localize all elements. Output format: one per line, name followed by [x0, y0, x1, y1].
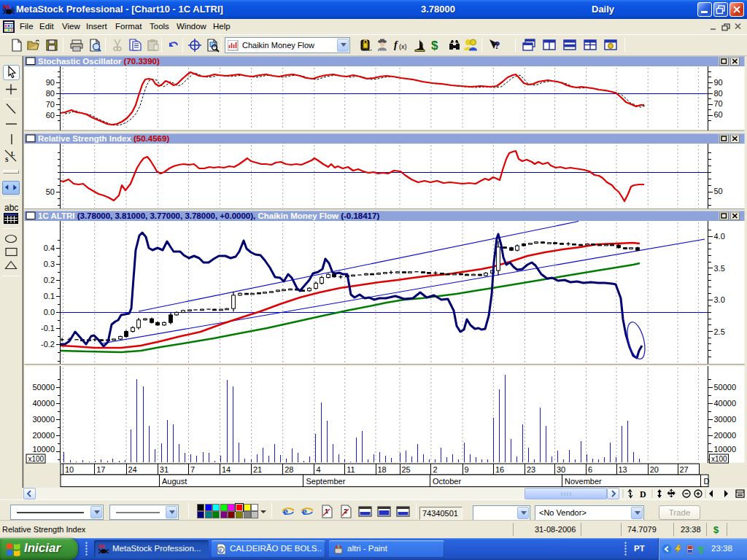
svg-text:21: 21 — [253, 465, 262, 474]
svg-text:50000: 50000 — [32, 383, 55, 392]
svg-text:30000: 30000 — [714, 415, 737, 424]
svg-text:3.0: 3.0 — [714, 295, 725, 304]
svg-text:1C ALTRI (3.78000, 3.81000, 3.: 1C ALTRI (3.78000, 3.81000, 3.77000, 3.7… — [38, 211, 379, 220]
svg-text:2: 2 — [433, 465, 437, 474]
svg-text:L: L — [11, 151, 15, 158]
svg-text:$: $ — [431, 39, 438, 52]
svg-text:?: ? — [494, 39, 500, 51]
svg-text:0.0: 0.0 — [44, 308, 55, 316]
svg-text:e: e — [302, 505, 307, 517]
svg-text:30: 30 — [557, 465, 565, 474]
svg-text:80: 80 — [714, 89, 723, 98]
svg-text:30000: 30000 — [32, 415, 55, 424]
svg-text:17: 17 — [96, 465, 105, 474]
svg-text:S: S — [5, 157, 9, 163]
svg-text:6: 6 — [588, 465, 592, 474]
svg-text:31: 31 — [160, 465, 169, 474]
svg-text:11: 11 — [347, 465, 355, 474]
svg-text:-0.1: -0.1 — [41, 324, 55, 332]
svg-text:24: 24 — [128, 465, 137, 474]
svg-text:10000: 10000 — [714, 445, 737, 454]
svg-text:28: 28 — [285, 465, 293, 474]
svg-text:40000: 40000 — [714, 399, 737, 408]
svg-text:0.1: 0.1 — [44, 292, 55, 300]
svg-text:0.3: 0.3 — [44, 260, 55, 268]
svg-text:18: 18 — [378, 465, 387, 474]
svg-text:50: 50 — [714, 187, 723, 195]
svg-text:3.5: 3.5 — [714, 264, 725, 273]
svg-text:50000: 50000 — [714, 383, 737, 392]
svg-text:October: October — [433, 477, 461, 486]
svg-text:-0.2: -0.2 — [41, 340, 55, 349]
svg-text:10000: 10000 — [32, 445, 55, 454]
svg-text:2.5: 2.5 — [714, 327, 725, 336]
svg-text:7: 7 — [190, 465, 195, 474]
svg-text:November: November — [565, 477, 602, 486]
svg-text:D: D — [640, 489, 646, 499]
svg-text:16: 16 — [495, 465, 504, 474]
svg-text:Relative Strength Index (50.45: Relative Strength Index (50.4569) — [38, 134, 169, 143]
svg-text:40000: 40000 — [32, 399, 55, 408]
svg-text:MS: MS — [98, 544, 104, 550]
svg-text:4.0: 4.0 — [714, 232, 725, 241]
svg-text:x100: x100 — [28, 455, 44, 463]
svg-text:70: 70 — [46, 100, 55, 109]
svg-text:9: 9 — [465, 465, 469, 474]
svg-text:90: 90 — [714, 78, 723, 87]
svg-text:10: 10 — [65, 465, 74, 474]
svg-text:e: e — [283, 505, 288, 517]
svg-text:27: 27 — [680, 465, 689, 474]
svg-text:0.2: 0.2 — [44, 276, 55, 284]
svg-text:50: 50 — [46, 187, 55, 196]
svg-text:70: 70 — [714, 99, 723, 108]
svg-text:20: 20 — [650, 465, 659, 474]
svg-text:(x): (x) — [399, 43, 407, 50]
svg-text:f: f — [394, 39, 398, 50]
svg-text:Stochastic Oscillator (70.3390: Stochastic Oscillator (70.3390) — [38, 57, 160, 66]
svg-text:August: August — [162, 477, 187, 486]
svg-text:23: 23 — [527, 465, 535, 474]
svg-text:x100: x100 — [711, 455, 727, 463]
svg-text:90: 90 — [46, 78, 55, 87]
svg-text:D: D — [704, 477, 710, 486]
svg-text:14: 14 — [222, 465, 231, 474]
svg-text:0.4: 0.4 — [44, 244, 55, 252]
svg-text:25: 25 — [402, 465, 411, 474]
svg-text:20000: 20000 — [714, 431, 737, 440]
svg-text:September: September — [306, 477, 346, 486]
svg-text:60: 60 — [46, 111, 55, 120]
svg-text:20000: 20000 — [32, 431, 55, 440]
svg-text:13: 13 — [619, 465, 627, 474]
svg-text:80: 80 — [46, 89, 55, 98]
svg-text:60: 60 — [714, 110, 723, 119]
svg-text:4: 4 — [316, 465, 320, 474]
